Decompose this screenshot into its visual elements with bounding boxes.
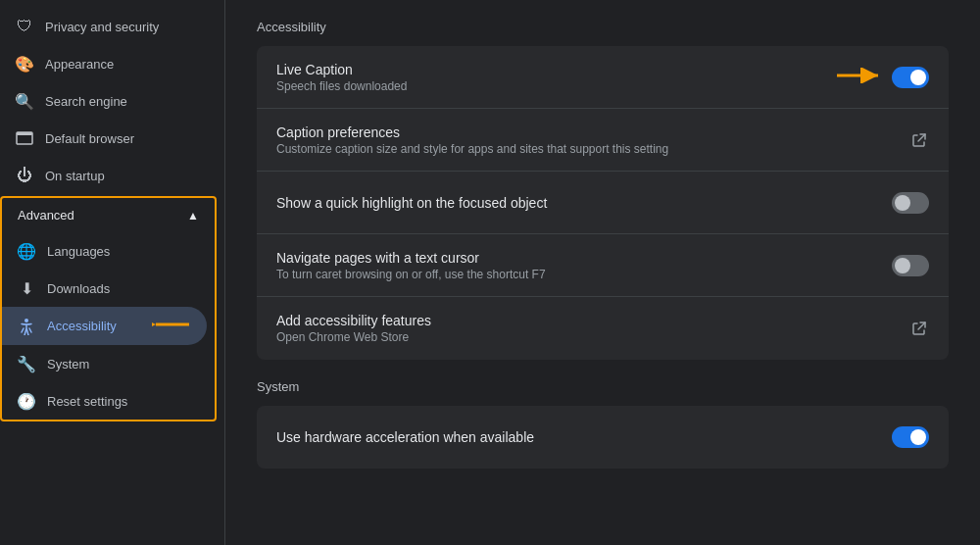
sidebar-item-languages[interactable]: 🌐 Languages bbox=[2, 232, 207, 270]
highlight-focused-text: Show a quick highlight on the focused ob… bbox=[276, 195, 876, 211]
sidebar-item-accessibility[interactable]: Accessibility bbox=[2, 307, 207, 345]
live-caption-action bbox=[835, 67, 929, 88]
text-cursor-row: Navigate pages with a text cursor To tur… bbox=[257, 234, 949, 297]
live-caption-text: Live Caption Speech files downloaded bbox=[276, 62, 819, 93]
hardware-acceleration-title: Use hardware acceleration when available bbox=[276, 429, 876, 445]
sidebar-item-appearance[interactable]: 🎨 Appearance bbox=[0, 45, 217, 82]
sidebar-item-label: Accessibility bbox=[47, 319, 136, 333]
hardware-acceleration-toggle[interactable] bbox=[892, 426, 929, 448]
external-link-icon bbox=[909, 319, 929, 338]
advanced-section: Advanced ▲ 🌐 Languages ⬇ Downloads bbox=[0, 196, 217, 421]
arrow-left-annotation bbox=[152, 317, 191, 335]
shield-icon: 🛡 bbox=[16, 18, 33, 35]
accessibility-icon bbox=[18, 318, 35, 335]
text-cursor-toggle[interactable] bbox=[892, 255, 929, 276]
arrow-right-annotation bbox=[835, 68, 884, 86]
main-content: Accessibility Live Caption Speech files … bbox=[225, 0, 980, 545]
add-accessibility-title: Add accessibility features bbox=[276, 313, 894, 328]
text-cursor-subtitle: To turn caret browsing on or off, use th… bbox=[276, 268, 876, 281]
sidebar-item-label: Languages bbox=[47, 244, 191, 259]
sidebar-item-label: Default browser bbox=[45, 131, 201, 146]
sidebar-item-label: On startup bbox=[45, 169, 201, 183]
paint-icon: 🎨 bbox=[16, 55, 33, 73]
browser-icon bbox=[16, 129, 33, 147]
caption-preferences-row: Caption preferences Customize caption si… bbox=[257, 109, 949, 172]
sidebar-item-label: Downloads bbox=[47, 281, 191, 296]
highlight-focused-title: Show a quick highlight on the focused ob… bbox=[276, 195, 876, 211]
live-caption-title: Live Caption bbox=[276, 62, 819, 77]
add-accessibility-text: Add accessibility features Open Chrome W… bbox=[276, 313, 894, 344]
live-caption-row: Live Caption Speech files downloaded bbox=[257, 46, 949, 109]
accessibility-section-title: Accessibility bbox=[257, 20, 949, 42]
sidebar-item-privacy[interactable]: 🛡 Privacy and security bbox=[0, 8, 217, 45]
advanced-header[interactable]: Advanced ▲ bbox=[2, 198, 215, 232]
external-link-icon bbox=[909, 130, 929, 150]
chevron-up-icon: ▲ bbox=[187, 209, 199, 223]
text-cursor-action bbox=[892, 255, 929, 276]
system-section: System Use hardware acceleration when av… bbox=[257, 379, 949, 469]
system-icon: 🔧 bbox=[18, 355, 35, 372]
accessibility-section: Accessibility Live Caption Speech files … bbox=[257, 20, 949, 360]
hardware-acceleration-row: Use hardware acceleration when available bbox=[257, 406, 949, 469]
system-section-title: System bbox=[257, 379, 949, 402]
sidebar-item-default-browser[interactable]: Default browser bbox=[0, 120, 217, 157]
sidebar-item-label: Appearance bbox=[45, 57, 201, 72]
text-cursor-title: Navigate pages with a text cursor bbox=[276, 250, 876, 266]
sidebar-item-downloads[interactable]: ⬇ Downloads bbox=[2, 270, 207, 307]
hardware-acceleration-action bbox=[892, 426, 929, 448]
caption-preferences-subtitle: Customize caption size and style for app… bbox=[276, 142, 894, 156]
live-caption-toggle[interactable] bbox=[892, 67, 929, 88]
hardware-acceleration-text: Use hardware acceleration when available bbox=[276, 429, 876, 445]
text-cursor-text: Navigate pages with a text cursor To tur… bbox=[276, 250, 876, 281]
sidebar-item-label: System bbox=[47, 357, 191, 372]
sidebar-item-reset[interactable]: 🕐 Reset settings bbox=[2, 382, 207, 420]
svg-rect-1 bbox=[17, 132, 32, 135]
sidebar-item-search[interactable]: 🔍 Search engine bbox=[0, 82, 217, 120]
accessibility-settings-group: Live Caption Speech files downloaded bbox=[257, 46, 949, 360]
highlight-focused-row: Show a quick highlight on the focused ob… bbox=[257, 172, 949, 234]
sidebar-item-label: Reset settings bbox=[47, 394, 191, 409]
highlight-focused-toggle[interactable] bbox=[892, 192, 929, 214]
download-icon: ⬇ bbox=[18, 279, 35, 297]
caption-preferences-action[interactable] bbox=[909, 130, 929, 150]
reset-icon: 🕐 bbox=[18, 392, 35, 410]
system-settings-group: Use hardware acceleration when available bbox=[257, 406, 949, 469]
sidebar-item-startup[interactable]: ⏻ On startup bbox=[0, 157, 217, 194]
add-accessibility-row: Add accessibility features Open Chrome W… bbox=[257, 297, 949, 360]
live-caption-subtitle: Speech files downloaded bbox=[276, 79, 819, 93]
power-icon: ⏻ bbox=[16, 167, 33, 184]
sidebar: 🛡 Privacy and security 🎨 Appearance 🔍 Se… bbox=[0, 0, 225, 545]
sidebar-item-label: Search engine bbox=[45, 94, 201, 109]
globe-icon: 🌐 bbox=[18, 242, 35, 260]
add-accessibility-subtitle: Open Chrome Web Store bbox=[276, 330, 894, 344]
search-icon: 🔍 bbox=[16, 92, 33, 110]
sidebar-item-label: Privacy and security bbox=[45, 20, 201, 34]
caption-preferences-title: Caption preferences bbox=[276, 124, 894, 140]
sidebar-item-system[interactable]: 🔧 System bbox=[2, 345, 207, 382]
highlight-focused-action bbox=[892, 192, 929, 214]
add-accessibility-action[interactable] bbox=[909, 319, 929, 338]
caption-preferences-text: Caption preferences Customize caption si… bbox=[276, 124, 894, 156]
svg-point-2 bbox=[24, 319, 28, 322]
advanced-label: Advanced bbox=[18, 208, 74, 223]
